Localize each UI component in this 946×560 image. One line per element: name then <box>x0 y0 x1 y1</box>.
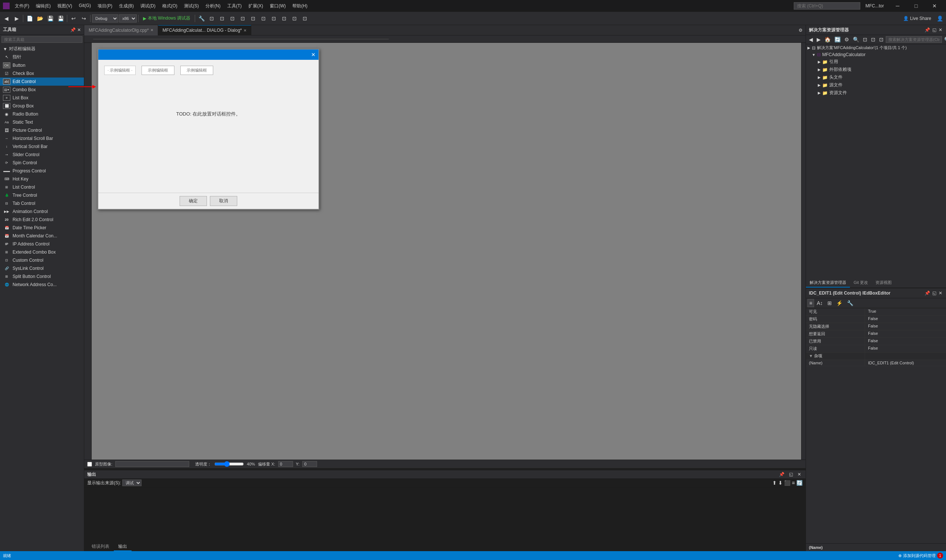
menu-debug[interactable]: 调试(D) <box>137 2 159 11</box>
global-search-input[interactable] <box>794 2 860 9</box>
forward-button[interactable]: ▶ <box>12 14 22 23</box>
dialog-editbox-3[interactable]: 示例编辑框 <box>181 66 213 75</box>
tree-item-extdep[interactable]: ▶ 📁 外部依赖项 <box>806 66 946 74</box>
toolbar-misc-2[interactable]: ⊡ <box>207 14 216 23</box>
tree-item-resource[interactable]: ▶ 📁 资源文件 <box>806 89 946 97</box>
restore-button[interactable]: □ <box>907 0 924 12</box>
toolbox-item-static[interactable]: Aa Static Text <box>0 118 84 126</box>
toolbar-misc-11[interactable]: ⊡ <box>300 14 310 23</box>
toolbox-item-ipaddress[interactable]: IP IP Address Control <box>0 240 84 248</box>
output-close-icon[interactable]: ✕ <box>796 471 802 478</box>
solution-root[interactable]: ▶ ⊟ 解决方案'MFCAddingCalculator'(1 个项目/共 1 … <box>806 44 946 51</box>
props-value-visible[interactable]: True <box>865 308 946 315</box>
window-controls[interactable]: ─ □ ✕ <box>889 0 943 12</box>
toolbox-search[interactable] <box>0 35 84 44</box>
props-value-hidesel[interactable]: False <box>865 323 946 330</box>
toolbox-item-checkbox[interactable]: ☑ Check Box <box>0 69 84 77</box>
menu-help[interactable]: 帮助(H) <box>289 2 310 11</box>
menu-window[interactable]: 窗口(W) <box>267 2 289 11</box>
output-toolbar-icon-4[interactable]: ≡ <box>792 480 795 486</box>
menu-format[interactable]: 格式(O) <box>159 2 181 11</box>
toolbox-item-combo[interactable]: ▤▾ Combo Box <box>0 86 84 94</box>
dialog-editbox-2[interactable]: 示例编辑框 <box>142 66 174 75</box>
se-home-btn[interactable]: 🏠 <box>823 36 832 43</box>
toolbox-item-richedit[interactable]: 20 Rich Edit 2.0 Control <box>0 215 84 224</box>
props-row-visible[interactable]: 可见 True <box>806 308 946 315</box>
offset-y-input[interactable] <box>302 461 317 467</box>
config-selector[interactable]: Debug Release <box>92 14 118 23</box>
se-forward-btn[interactable]: ▶ <box>815 36 822 43</box>
toolbox-item-monthcal[interactable]: 📆 Month Calendar Con... <box>0 232 84 240</box>
undo-button[interactable]: ↩ <box>69 14 78 23</box>
se-back-btn[interactable]: ◀ <box>807 36 815 43</box>
output-toolbar-icon-3[interactable]: ⬛ <box>784 480 790 486</box>
se-tab-resource[interactable]: 资源视图 <box>872 278 895 288</box>
props-value-password[interactable]: False <box>865 315 946 323</box>
props-alpha-btn[interactable]: A↕ <box>815 299 824 307</box>
toolbox-item-hscroll[interactable]: ↔ Horizontal Scroll Bar <box>0 134 84 143</box>
run-button[interactable]: ▶ 本地 Windows 调试器 <box>140 14 193 22</box>
output-toolbar-icon-5[interactable]: 🔄 <box>796 480 802 486</box>
toolbar-misc-4[interactable]: ⊡ <box>228 14 237 23</box>
open-button[interactable]: 📂 <box>35 14 45 23</box>
toolbox-item-picture[interactable]: 🖼 Picture Control <box>0 126 84 134</box>
output-pin-icon[interactable]: 📌 <box>778 471 786 478</box>
toolbox-pin-icon[interactable]: 📌 <box>70 27 76 32</box>
se-close-icon[interactable]: ✕ <box>938 26 943 33</box>
toolbox-item-progress[interactable]: ▬▬ Progress Control <box>0 167 84 175</box>
toolbox-header-icons[interactable]: 📌 ✕ <box>70 27 81 32</box>
toolbar-misc-9[interactable]: ⊡ <box>279 14 289 23</box>
menu-test[interactable]: 测试(S) <box>181 2 202 11</box>
save-button[interactable]: 💾 <box>45 14 55 23</box>
props-object-btn[interactable]: ⊞ <box>826 299 834 307</box>
toolbox-item-slider[interactable]: ⊸ Slider Control <box>0 151 84 159</box>
offset-x-input[interactable] <box>278 461 293 467</box>
props-categories-btn[interactable]: ≡ <box>807 299 814 307</box>
output-float-icon[interactable]: ◱ <box>787 471 795 478</box>
tab-dialog-close[interactable]: ✕ <box>244 28 247 32</box>
props-close-icon[interactable]: ✕ <box>938 290 943 297</box>
se-tab-git[interactable]: Git 更改 <box>850 278 872 288</box>
ok-button[interactable]: 确定 <box>180 196 207 206</box>
close-button[interactable]: ✕ <box>926 0 943 12</box>
dialog-editbox-1[interactable]: · 示例编辑框 · <box>104 66 136 75</box>
props-extra-btn[interactable]: 🔧 <box>845 299 855 307</box>
menu-analyze[interactable]: 分析(N) <box>202 2 224 11</box>
toolbox-section-header[interactable]: ▼ 对话框编辑器 <box>0 45 84 53</box>
toolbar-misc-6[interactable]: ⊡ <box>248 14 258 23</box>
se-tab-solution[interactable]: 解决方案资源管理器 <box>806 278 850 288</box>
toolbar-misc-5[interactable]: ⊡ <box>238 14 248 23</box>
dialog-close-icon[interactable]: ✕ <box>311 52 316 58</box>
save-all-button[interactable]: 💾 <box>56 14 65 23</box>
toolbox-item-custom[interactable]: ⊡ Custom Control <box>0 256 84 264</box>
toolbox-item-list-control[interactable]: ⊞ List Control <box>0 183 84 191</box>
menu-git[interactable]: Git(G) <box>76 2 94 11</box>
live-share-button[interactable]: 👤 Live Share <box>900 15 934 22</box>
output-header-icons[interactable]: 📌 ◱ ✕ <box>778 471 802 478</box>
tree-item-source[interactable]: ▶ 📁 源文件 <box>806 81 946 89</box>
menu-tools[interactable]: 工具(T) <box>224 2 245 11</box>
menu-extensions[interactable]: 扩展(X) <box>245 2 266 11</box>
toolbox-item-edit-control[interactable]: ab| Edit Control <box>0 77 84 86</box>
toolbar-misc-7[interactable]: ⊡ <box>259 14 268 23</box>
opacity-slider[interactable] <box>215 461 244 467</box>
props-row-wantreturn[interactable]: 想要返回 False <box>806 331 946 338</box>
se-refresh-btn[interactable]: 🔄 <box>833 36 842 43</box>
props-value-disabled[interactable]: False <box>865 338 946 345</box>
tree-item-ref[interactable]: ▶ 📁 引用 <box>806 58 946 66</box>
toolbox-item-hotkey[interactable]: ⌨ Hot Key <box>0 175 84 183</box>
redo-button[interactable]: ↪ <box>79 14 89 23</box>
toolbox-item-tab[interactable]: ⊟ Tab Control <box>0 199 84 208</box>
vertical-scrollbar[interactable] <box>801 43 806 460</box>
toolbox-item-netaddr[interactable]: 🌐 Network Address Co... <box>0 280 84 289</box>
toolbox-item-extcombo[interactable]: ⊞ Extended Combo Box <box>0 248 84 256</box>
menu-bar[interactable]: 文件(F) 编辑(E) 视图(V) Git(G) 项目(P) 生成(B) 调试(… <box>12 2 310 11</box>
props-events-btn[interactable]: ⚡ <box>834 299 844 307</box>
toolbar-misc-8[interactable]: ⊡ <box>269 14 279 23</box>
se-search-input[interactable] <box>886 36 942 43</box>
image-path-input[interactable] <box>115 461 189 467</box>
props-value-readonly[interactable]: False <box>865 345 946 352</box>
platform-selector[interactable]: x86 x64 <box>119 14 137 23</box>
se-search-icon[interactable]: 🔍 <box>943 36 946 43</box>
toolbox-item-splitbtn[interactable]: ⊞ Split Button Control <box>0 272 84 280</box>
